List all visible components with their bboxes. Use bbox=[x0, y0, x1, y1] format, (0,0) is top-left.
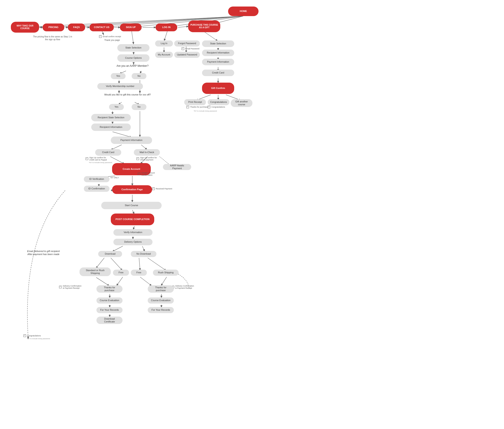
received-payment-label: Received Payment bbox=[152, 188, 172, 190]
mail-check-node[interactable]: Mail In-Check bbox=[134, 149, 160, 156]
free1-node[interactable]: Free bbox=[113, 270, 129, 276]
state-selection-signup-node[interactable]: State Selection bbox=[117, 44, 149, 52]
verify-membership-node[interactable]: Verify Membership number bbox=[97, 83, 143, 89]
rush-shipping-node[interactable]: Rush Shipping bbox=[153, 270, 179, 276]
svg-line-15 bbox=[178, 26, 189, 27]
updated-pwd-node[interactable]: Updated Password bbox=[174, 52, 200, 58]
signup-confirm-check-label: Sign Up confirm forcheck payment bbox=[136, 157, 157, 161]
gift-question: Would you like to gift this course for x… bbox=[103, 93, 153, 96]
svg-line-48 bbox=[148, 258, 167, 271]
pricing-node[interactable]: PRICING bbox=[43, 24, 64, 31]
ny-only-label: NY ONLY bbox=[108, 177, 121, 179]
download-node[interactable]: Download bbox=[98, 251, 122, 257]
congrats-gift-label: Congratulations bbox=[208, 106, 225, 108]
svg-line-16 bbox=[102, 31, 104, 35]
log-in-subnode[interactable]: Log In bbox=[155, 40, 173, 46]
email-gift-label: Email delivered to gift recipientAfter p… bbox=[22, 250, 65, 256]
yes1-node[interactable]: Yes bbox=[111, 73, 126, 79]
credit-card-node[interactable]: Credit Card bbox=[95, 149, 121, 156]
eval1-node[interactable]: Course Evaluation bbox=[96, 297, 122, 304]
payment-info-node[interactable]: Payment Information bbox=[111, 136, 152, 144]
records1-node[interactable]: For Your Records bbox=[96, 307, 122, 313]
download-cert-node[interactable]: Download Certificate bbox=[96, 317, 122, 324]
forgot-password-node[interactable]: Forgot Password bbox=[174, 40, 200, 46]
congratulations-node[interactable]: Congratulations bbox=[208, 99, 229, 105]
recip-state-node[interactable]: Recipient State Selection bbox=[91, 114, 131, 121]
thank-you-label: Thank you page bbox=[104, 39, 120, 42]
confirmation-page-node[interactable]: Confirmation Page bbox=[112, 185, 152, 194]
thanks2-node[interactable]: Thanks for purchase bbox=[148, 285, 174, 293]
id-verify-node[interactable]: ID Verification bbox=[84, 176, 110, 182]
home-node[interactable]: HOME bbox=[228, 7, 259, 16]
thanks1-node[interactable]: Thanks for purchase bbox=[96, 285, 122, 293]
gift-purchase-node[interactable]: PURCHASE THIS COURSE AS A GIFT bbox=[188, 20, 220, 32]
faqs-node[interactable]: FAQS bbox=[68, 24, 85, 31]
svg-line-58 bbox=[164, 31, 167, 41]
no2-node[interactable]: No bbox=[132, 104, 147, 110]
delivery-confirm1-label: Delivery Confirmation& Payment Receipt bbox=[59, 285, 81, 289]
svg-line-45 bbox=[96, 258, 104, 269]
flowchart-canvas: HOME WHY TAKE OUR COURSE PRICING FAQS CO… bbox=[0, 0, 504, 429]
aarp-question: Are you an AARP Member? bbox=[108, 64, 157, 68]
svg-line-51 bbox=[140, 277, 152, 286]
svg-line-52 bbox=[161, 277, 167, 286]
std-rush-node[interactable]: Standard or Rush Shipping bbox=[79, 268, 111, 276]
gift-confirm-node[interactable]: Gift Confirm bbox=[202, 83, 234, 94]
gift-recip-node[interactable]: Recipient Information bbox=[202, 50, 234, 56]
ny-temp-gift: *NY to include temp password bbox=[187, 110, 224, 112]
why-course-node[interactable]: WHY TAKE OUR COURSE bbox=[11, 22, 39, 33]
delivery-options-node[interactable]: Delivery Options bbox=[113, 239, 153, 245]
signup-node[interactable]: SIGN UP bbox=[120, 24, 142, 31]
eval2-node[interactable]: Course Evaluation bbox=[148, 297, 174, 304]
print-receipt-node[interactable]: Print Receipt bbox=[184, 99, 206, 105]
start-course-node[interactable]: Start Course bbox=[101, 202, 162, 209]
svg-line-6 bbox=[132, 16, 243, 27]
aarp-awaits-node[interactable]: AARP Awaits Payment bbox=[163, 164, 191, 170]
delivery-confirm2-label: Delivery Confirmation& Payment Receipt bbox=[172, 285, 194, 289]
create-acct-confirm-label: Create AccountConfirmation bbox=[138, 172, 155, 176]
recip-info-node[interactable]: Recipient Information bbox=[91, 124, 131, 131]
free2-node[interactable]: Free bbox=[131, 270, 147, 276]
pricing-note: The pricing flow is the same as Step 1 i… bbox=[33, 35, 72, 41]
no-download-node[interactable]: No Download bbox=[131, 251, 156, 257]
course-options-node[interactable]: Course Options bbox=[117, 54, 149, 62]
svg-line-49 bbox=[96, 277, 110, 286]
svg-line-50 bbox=[116, 277, 123, 286]
login-node[interactable]: LOG IN bbox=[156, 24, 177, 31]
signup-confirm-credit-label: Sign Up confirm forcredit card & Paypal … bbox=[86, 157, 112, 163]
gift-state-node[interactable]: State Selection bbox=[202, 40, 234, 47]
yes2-node[interactable]: Yes bbox=[109, 104, 124, 110]
verify-info-node[interactable]: Verify Information bbox=[113, 229, 153, 236]
ny-temp-1: *NY to include temp password bbox=[89, 161, 112, 163]
svg-line-17 bbox=[132, 31, 134, 45]
id-confirm-node[interactable]: ID Confirmation bbox=[84, 186, 110, 192]
svg-line-62 bbox=[204, 32, 218, 41]
gift-another-node[interactable]: Gift another course bbox=[231, 99, 252, 107]
gift-credit-node[interactable]: Credit Card bbox=[202, 70, 234, 76]
email-password-label: Email Password bbox=[182, 47, 200, 50]
congrats-bottom-label: Congratulations *NY to include temp pass… bbox=[24, 334, 50, 340]
contact-node[interactable]: CONTACT US bbox=[89, 24, 114, 31]
post-course-node[interactable]: POST COURSE COMPLETION bbox=[111, 214, 154, 225]
svg-line-47 bbox=[139, 258, 140, 271]
my-account-node[interactable]: My Account bbox=[155, 52, 173, 58]
records2-node[interactable]: For Your Records bbox=[148, 307, 174, 313]
no1-node[interactable]: No bbox=[132, 73, 147, 79]
gift-payment-node[interactable]: Payment Information bbox=[202, 59, 234, 65]
email-confirm-label: Email confirm receipt bbox=[99, 35, 121, 38]
arrows-layer bbox=[0, 0, 504, 429]
svg-line-46 bbox=[111, 258, 123, 271]
thanks-purchase-gift-label: Thanks for purchase bbox=[186, 106, 208, 108]
